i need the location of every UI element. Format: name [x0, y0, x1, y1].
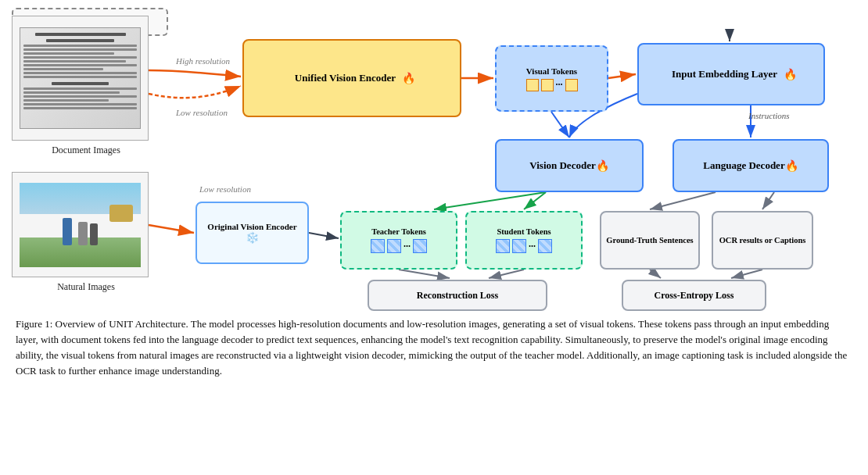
stq-g2: [512, 239, 526, 253]
instructions-label: Instructions: [748, 111, 790, 120]
token-sq-2: [541, 79, 554, 91]
document-images-label: Document Images: [20, 145, 152, 156]
unified-vision-encoder-box: Unified Vision Encoder 🔥: [242, 39, 461, 117]
original-vision-encoder-box: Original Vision Encoder ❄️: [195, 202, 309, 264]
cross-entropy-loss-box: Cross-Entropy Loss: [622, 280, 766, 311]
ground-truth-box: Ground-Truth Sentences: [600, 211, 700, 270]
student-tokens-label: Student Tokens: [497, 227, 551, 236]
unified-vision-encoder-label: Unified Vision Encoder: [289, 72, 402, 84]
teacher-tokens-box: Teacher Tokens ···: [340, 211, 457, 270]
dots-t: ···: [404, 241, 411, 252]
reconstruction-loss-box: Reconstruction Loss: [368, 280, 547, 311]
natural-images-panel: [12, 172, 149, 277]
visual-token-squares: ···: [526, 79, 578, 91]
stq-g1: [496, 239, 510, 253]
ground-truth-label: Ground-Truth Sentences: [602, 236, 697, 245]
natural-images-label: Natural Images: [20, 281, 152, 293]
document-image: [20, 27, 141, 129]
fire-icon-vd: 🔥: [596, 159, 609, 173]
reconstruction-loss-label: Reconstruction Loss: [417, 290, 498, 302]
student-token-squares: ···: [496, 239, 552, 253]
language-decoder-label: Language Decoder: [703, 159, 784, 172]
natural-image: [20, 183, 141, 267]
input-embedding-box: Input Embedding Layer 🔥: [637, 43, 825, 105]
low-resolution-label-2: Low resolution: [199, 184, 251, 194]
teacher-tokens-label: Teacher Tokens: [371, 227, 426, 236]
dots-1: ···: [556, 79, 563, 91]
main-container: Document Images Natural Images High reso…: [0, 0, 868, 388]
original-vision-label: Original Vision Encoder: [203, 222, 300, 231]
token-sq-3: [565, 79, 578, 91]
visual-tokens-label: Visual Tokens: [526, 66, 577, 76]
dots-s: ···: [529, 241, 536, 252]
low-resolution-label: Low resolution: [176, 108, 228, 117]
caption-text: Figure 1: Overview of UNIT Architecture.…: [16, 318, 847, 377]
stq-g3: [538, 239, 552, 253]
fire-icon-ld: 🔥: [785, 159, 798, 173]
vision-decoder-box: Vision Decoder 🔥: [495, 139, 644, 192]
visual-tokens-box: Visual Tokens ···: [495, 45, 608, 112]
vision-decoder-label: Vision Decoder: [529, 159, 595, 172]
student-tokens-box: Student Tokens ···: [465, 211, 583, 270]
tsq-g2: [387, 239, 401, 253]
snowflake-icon: ❄️: [246, 231, 259, 245]
figure-caption: Figure 1: Overview of UNIT Architecture.…: [12, 316, 856, 380]
high-resolution-label: High resolution: [176, 56, 230, 66]
cross-entropy-loss-label: Cross-Entropy Loss: [655, 290, 734, 302]
ocr-captions-box: OCR results or Captions: [712, 211, 813, 270]
token-sq-1: [526, 79, 539, 91]
tsq-g1: [371, 239, 385, 253]
language-decoder-box: Language Decoder 🔥: [673, 139, 829, 192]
document-images-panel: [12, 16, 149, 141]
tsq-g3: [413, 239, 427, 253]
teacher-token-squares: ···: [371, 239, 427, 253]
ocr-captions-label: OCR results or Captions: [716, 236, 810, 245]
fire-icon-iel: 🔥: [784, 68, 797, 81]
fire-icon-uve: 🔥: [402, 72, 415, 85]
input-embedding-label: Input Embedding Layer: [665, 68, 784, 80]
diagram-area: Document Images Natural Images High reso…: [12, 8, 856, 312]
